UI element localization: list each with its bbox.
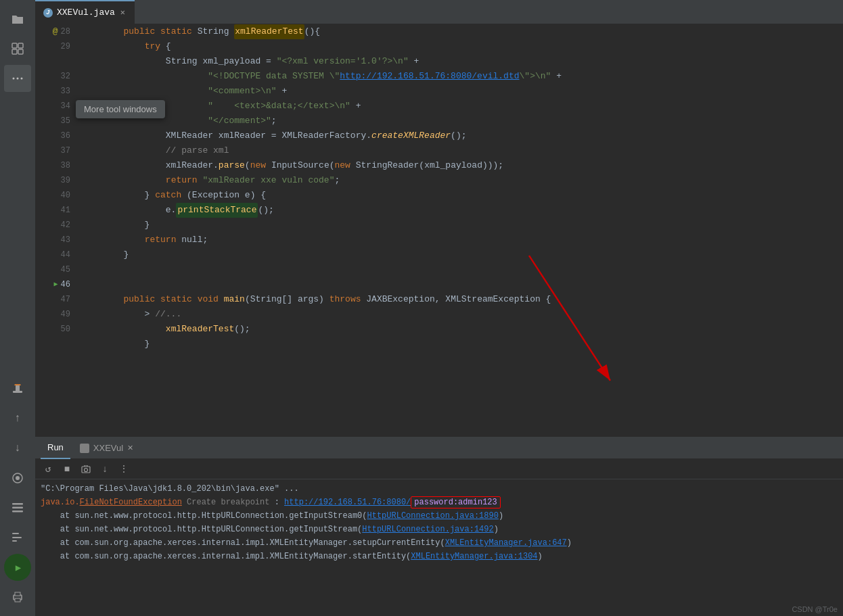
tab-xxevul-java[interactable]: J XXEVul.java ✕ — [35, 0, 135, 24]
svg-point-23 — [85, 468, 88, 471]
console-stack-2: at sun.net.www.protocol.http.HttpURLConn… — [41, 523, 838, 536]
line-number-37: 37 — [41, 143, 70, 158]
line-number-49: 49 — [41, 307, 70, 322]
svg-rect-12 — [12, 511, 23, 513]
print-icon[interactable] — [4, 584, 31, 611]
line-number-47: 47 — [41, 292, 70, 307]
console-line-2: java.io.FileNotFoundException Create bre… — [41, 496, 838, 509]
line-number-42: 42 — [41, 218, 70, 233]
stop-button[interactable]: ■ — [60, 462, 74, 477]
code-content: public static String xmlReaderTest(){ tr… — [76, 24, 843, 437]
tab-xxevul-label: XXEVul — [93, 443, 123, 453]
svg-rect-7 — [13, 391, 22, 393]
bottom-panel: Run XXEVul ✕ ↺ ■ ↓ ⋮ — [35, 437, 843, 616]
bottom-toolbar: ↺ ■ ↓ ⋮ — [35, 459, 843, 479]
code-line-34: " <text>&data;</text>\n" + — [81, 99, 838, 114]
folder-icon[interactable] — [4, 5, 31, 32]
svg-rect-15 — [12, 540, 17, 542]
code-line-41: e.printStackTrace(); — [81, 203, 838, 218]
arrow-down-icon[interactable]: ↓ — [4, 435, 31, 462]
tab-xxevul[interactable]: XXEVul ✕ — [73, 437, 140, 459]
code-line-32: "<!DOCTYPE data SYSTEM \"http://192.168.… — [81, 69, 838, 84]
line-numbers: @ 28 29 32 33 34 35 36 37 38 39 40 41 42… — [35, 24, 76, 437]
code-line-28: public static String xmlReaderTest(){ — [81, 24, 838, 39]
code-line-46 — [81, 277, 838, 292]
sidebar: ↑ ↓ ▶ — [0, 0, 35, 616]
line-number-43: 43 — [41, 233, 70, 247]
scroll-to-end-button[interactable]: ↓ — [97, 462, 112, 477]
hammer-icon[interactable] — [4, 375, 31, 402]
svg-rect-3 — [18, 49, 23, 54]
tab-close-button[interactable]: ✕ — [119, 6, 127, 19]
code-line-44: } — [81, 247, 838, 262]
console-java-path: "C:\Program Files\Java\jdk1.8.0_202\bin\… — [41, 482, 299, 496]
more-tool-windows-button[interactable] — [4, 65, 31, 92]
watermark: CSDN @Tr0e — [792, 605, 838, 613]
console-line-1: "C:\Program Files\Java\jdk1.8.0_202\bin\… — [41, 482, 838, 496]
svg-point-4 — [13, 78, 15, 80]
screenshot-button[interactable] — [78, 462, 93, 477]
code-line-50: } — [81, 337, 838, 352]
console-stack-4: at com.sun.org.apache.xerces.internal.im… — [41, 550, 838, 563]
code-line-49: xmlReaderTest(); — [81, 322, 838, 337]
console-stack-3: at com.sun.org.apache.xerces.internal.im… — [41, 536, 838, 550]
console-password-highlight: password:admin123 — [411, 496, 500, 509]
code-line-38: xmlReader.parse(new InputSource(new Stri… — [81, 158, 838, 173]
structure-icon[interactable] — [4, 35, 31, 62]
tab-bar: J XXEVul.java ✕ — [35, 0, 843, 24]
code-line-42: } — [81, 218, 838, 233]
restart-button[interactable]: ↺ — [41, 462, 55, 477]
line-number-50: 50 — [41, 322, 70, 337]
tab-label: XXEVul.java — [57, 7, 115, 18]
sort-icon[interactable] — [4, 524, 31, 551]
svg-rect-2 — [12, 49, 17, 54]
tab-run[interactable]: Run — [41, 437, 70, 459]
line-number-30 — [41, 54, 70, 69]
code-line-39: return "xmlReader xxe vuln code"; — [81, 173, 838, 188]
code-line-47: > //... — [81, 307, 838, 322]
editor-area: More tool windows @ 28 29 32 33 34 35 36… — [35, 24, 843, 437]
line-number-28: @ 28 — [41, 24, 70, 39]
svg-rect-13 — [12, 533, 19, 534]
java-file-icon: J — [43, 8, 53, 18]
code-line-45 — [81, 262, 838, 277]
console-exception-class: java.io. — [41, 496, 80, 509]
line-number-44: 44 — [41, 247, 70, 262]
code-line-35: "</comment>"; — [81, 114, 838, 128]
svg-rect-17 — [15, 592, 20, 596]
arrow-up-icon[interactable]: ↑ — [4, 405, 31, 432]
svg-rect-14 — [12, 537, 22, 538]
console-stack-1: at sun.net.www.protocol.http.HttpURLConn… — [41, 509, 838, 523]
code-line-30: String xml_payload = "<?xml version='1.0… — [81, 54, 838, 69]
code-line-43: return null; — [81, 233, 838, 247]
line-number-36: 36 — [41, 128, 70, 143]
sidebar-bottom: ↑ ↓ ▶ — [4, 375, 31, 616]
plugins-icon[interactable] — [4, 465, 31, 492]
console-output: "C:\Program Files\Java\jdk1.8.0_202\bin\… — [35, 479, 843, 616]
main-content: J XXEVul.java ✕ More tool windows @ 28 2… — [35, 0, 843, 616]
line-number-38: 38 — [41, 158, 70, 173]
code-line-29: try { — [81, 39, 838, 54]
run-button[interactable]: ▶ — [4, 554, 31, 581]
line-number-41: 41 — [41, 203, 70, 218]
line-number-45: 45 — [41, 262, 70, 277]
code-line-37: // parse xml — [81, 143, 838, 158]
tab-xxevul-close[interactable]: ✕ — [127, 444, 133, 452]
code-line-36: XMLReader xmlReader = XMLReaderFactory.c… — [81, 128, 838, 143]
code-container: @ 28 29 32 33 34 35 36 37 38 39 40 41 42… — [35, 24, 843, 437]
list-layout-icon[interactable] — [4, 494, 31, 521]
svg-point-5 — [17, 78, 19, 80]
bottom-tab-bar: Run XXEVul ✕ — [35, 437, 843, 459]
line-number-34: 34 — [41, 99, 70, 114]
svg-rect-21 — [81, 445, 88, 452]
more-options-button[interactable]: ⋮ — [116, 462, 131, 477]
line-number-33: 33 — [41, 84, 70, 99]
line-number-35: 35 — [41, 114, 70, 128]
tab-run-label: Run — [47, 442, 64, 452]
line-number-29: 29 — [41, 39, 70, 54]
line-number-32: 32 — [41, 69, 70, 84]
console-error-url[interactable]: http://192.168.51.76:8080/ — [284, 496, 411, 509]
svg-rect-1 — [18, 43, 23, 48]
code-line-33: "<comment>\n" + — [81, 84, 838, 99]
svg-point-6 — [21, 78, 23, 80]
